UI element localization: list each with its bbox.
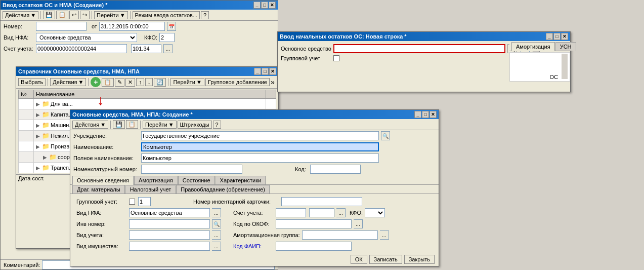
- cr-kfo-lbl: КФО:: [350, 210, 363, 216]
- gr-uchet-chk[interactable]: [129, 199, 135, 205]
- cr-actions[interactable]: Действия ▼: [72, 121, 108, 129]
- full-naim-label: Полное наименование:: [73, 155, 139, 161]
- cr-schet-input[interactable]: [276, 208, 306, 217]
- tab-state[interactable]: Состояние: [178, 176, 215, 184]
- okof-input[interactable]: [276, 219, 352, 228]
- nr-minimize[interactable]: _: [546, 33, 553, 40]
- vid-imusch-input[interactable]: [129, 242, 210, 251]
- cr-close[interactable]: ✕: [430, 111, 437, 118]
- ok-button[interactable]: ОК: [351, 255, 367, 264]
- cr-goto[interactable]: Перейти ▼: [143, 121, 176, 129]
- zapisat-button[interactable]: Записать: [369, 255, 402, 264]
- ref-expand[interactable]: »: [271, 78, 275, 86]
- kfo-input[interactable]: [159, 33, 175, 42]
- ref-close[interactable]: ✕: [269, 68, 276, 75]
- tab-drag-mat[interactable]: Драг. материалы: [72, 185, 125, 194]
- zakryt-button[interactable]: Закрыть: [404, 255, 435, 264]
- ref-btn3[interactable]: ✎: [115, 78, 124, 87]
- main-tabs: Основные сведения Амортизация Состояние …: [70, 175, 439, 185]
- ref-maximize[interactable]: □: [262, 68, 269, 75]
- tree-row-1[interactable]: ▶ 📁 Для ва...: [19, 99, 276, 109]
- mode-btn[interactable]: Режим ввода остатков...: [133, 11, 200, 19]
- ref-actions[interactable]: Действия ▼: [50, 78, 86, 86]
- schet-code-input[interactable]: [131, 44, 161, 53]
- select-btn[interactable]: Выбрать: [18, 78, 46, 86]
- os-col-label: ОС: [549, 74, 558, 80]
- vid-nfa-dots[interactable]: ...: [212, 208, 221, 217]
- cr-barcodes[interactable]: Штрихкоды: [178, 121, 212, 129]
- gr-uchet-num[interactable]: [138, 197, 151, 206]
- cr-vid-nfa-input[interactable]: [129, 208, 210, 217]
- nr-close[interactable]: ✕: [561, 33, 568, 40]
- naim-input[interactable]: [141, 142, 379, 151]
- tab-amort[interactable]: Амортизация: [511, 42, 555, 51]
- full-naim-input[interactable]: [141, 153, 379, 163]
- ref-btn5[interactable]: ↑: [136, 78, 144, 86]
- cr-save[interactable]: 💾: [113, 120, 125, 129]
- schet-input[interactable]: [36, 44, 127, 53]
- os-input[interactable]: [333, 44, 505, 53]
- vid-uchet-dots[interactable]: ...: [212, 230, 221, 240]
- tab-tax[interactable]: Налоговый учет: [125, 185, 176, 194]
- ref-minimize[interactable]: _: [254, 68, 261, 75]
- create-controls: _ □ ✕: [414, 111, 437, 118]
- goto-dropdown[interactable]: Перейти ▼: [94, 11, 127, 19]
- schet-label: Счет учета:: [4, 46, 34, 52]
- vid-imusch-dots[interactable]: ...: [212, 242, 221, 251]
- group-checkbox[interactable]: [333, 55, 339, 61]
- date-input[interactable]: [99, 22, 165, 31]
- minimize-btn[interactable]: _: [253, 2, 261, 9]
- tab-usn[interactable]: УСН: [555, 42, 576, 51]
- okof-dots[interactable]: ...: [354, 219, 363, 228]
- schet-browse-btn[interactable]: ...: [163, 44, 173, 53]
- ref-sep2: [88, 78, 89, 86]
- ref-group-add[interactable]: Групповое добавление: [205, 78, 270, 86]
- kod-input[interactable]: [310, 165, 361, 174]
- redo-btn[interactable]: ↪: [80, 11, 90, 19]
- add-btn[interactable]: +: [91, 77, 101, 87]
- copy-btn[interactable]: 📋: [56, 11, 68, 19]
- schet-dots[interactable]: ...: [336, 208, 346, 217]
- uchrejdenie-browse[interactable]: 🔍: [381, 131, 390, 140]
- inv-search[interactable]: 🔍: [212, 219, 221, 228]
- inv-card-input[interactable]: [281, 197, 362, 206]
- tab-characteristics[interactable]: Характеристики: [216, 176, 266, 184]
- new-row-window: Ввод начальных остатков ОС: Новая строка…: [277, 31, 571, 92]
- actions-dropdown[interactable]: Действия ▼: [3, 11, 38, 19]
- amort-dots[interactable]: ...: [380, 230, 389, 240]
- ref-btn4[interactable]: ✕: [125, 78, 135, 87]
- number-input[interactable]: [36, 22, 87, 31]
- nomen-label: Номенклатурный номер:: [73, 166, 139, 172]
- calendar-btn[interactable]: 📅: [167, 22, 176, 31]
- ref-sep1: [48, 78, 48, 86]
- ref-btn6[interactable]: ↓: [145, 78, 153, 86]
- ref-goto[interactable]: Перейти ▼: [170, 78, 204, 86]
- vid-imusch-lbl: Вид имущества:: [76, 243, 127, 249]
- ref-btn2[interactable]: 📋: [102, 78, 114, 87]
- close-btn[interactable]: ✕: [269, 2, 276, 9]
- tab-main-info[interactable]: Основные сведения: [72, 176, 134, 185]
- number-label: Номер:: [4, 23, 34, 29]
- cr-copy[interactable]: 📋: [126, 120, 138, 129]
- vid-uchet-input[interactable]: [129, 230, 210, 240]
- nr-maximize[interactable]: □: [553, 33, 561, 40]
- save-btn[interactable]: 💾: [43, 11, 55, 19]
- cr-minimize[interactable]: _: [414, 111, 421, 118]
- vid-nfa-select[interactable]: Основные средства: [36, 33, 137, 42]
- cr-kfo-select[interactable]: [365, 208, 385, 217]
- cr-help[interactable]: ?: [213, 121, 221, 129]
- cr-maximize[interactable]: □: [422, 111, 429, 118]
- undo-btn[interactable]: ↩: [69, 11, 79, 19]
- cr-inv-input[interactable]: [129, 219, 210, 228]
- cr-schet-input2[interactable]: [309, 208, 334, 217]
- tab-amortization[interactable]: Амортизация: [134, 176, 178, 184]
- ref-btn7[interactable]: 🔄: [154, 78, 166, 87]
- nomen-input[interactable]: [141, 165, 242, 174]
- help-btn[interactable]: ?: [201, 11, 209, 19]
- uchrejdenie-input[interactable]: [141, 131, 379, 140]
- tab-rights[interactable]: Правообладание (обременение): [176, 185, 270, 194]
- kod-faip-input[interactable]: [276, 242, 352, 251]
- amort-input[interactable]: [302, 230, 378, 240]
- cr-schet-lbl: Счет учета:: [233, 210, 274, 216]
- maximize-btn[interactable]: □: [261, 2, 268, 9]
